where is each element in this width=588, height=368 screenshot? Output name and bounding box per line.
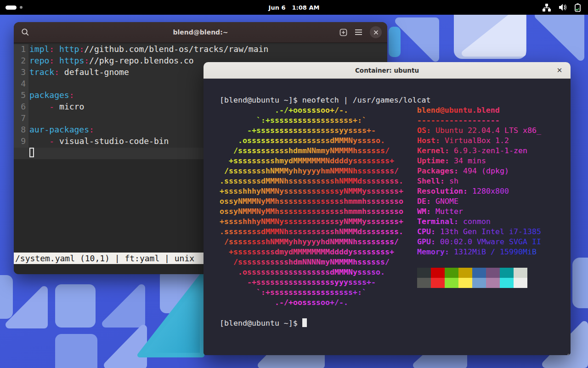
editor-gutter: 12345678910 <box>14 44 28 159</box>
volume-icon[interactable] <box>558 3 567 12</box>
terminal-line: .ossssssssssssssssssdMMMNysssso. Host: V… <box>220 136 571 146</box>
editor-line: impl: http://github.com/blend-os/tracks/… <box>29 44 387 56</box>
clock-time: 1:08 AM <box>292 4 320 11</box>
palette-swatch <box>514 268 527 278</box>
palette-swatch <box>417 268 431 278</box>
terminal-output: [blend@ubuntu ~]$ neofetch | /usr/games/… <box>220 96 571 328</box>
palette-swatch <box>445 268 458 278</box>
palette-swatch <box>431 278 445 288</box>
battery-charging-icon[interactable] <box>574 3 582 12</box>
terminal-line: +ssssssssshmydMMMMMMMNddddyssssssss+ Upt… <box>220 156 571 167</box>
editor-cursor <box>29 148 34 157</box>
palette-swatch <box>486 278 500 288</box>
palette-swatch <box>431 268 445 278</box>
terminal-line: `:+ssssssssssssssssss+:` ---------------… <box>220 116 571 126</box>
line-number: 2 <box>14 56 28 67</box>
container-window-ubuntu: Container: ubuntu ✕ [blend@ubuntu ~]$ ne… <box>204 62 571 355</box>
palette-swatch <box>500 278 514 288</box>
clock-date: Jun 6 <box>269 4 286 11</box>
terminal-line: .ssssssssdMMMNhsssssssssshNMMMdssssssss.… <box>220 227 571 237</box>
close-button[interactable] <box>370 26 382 38</box>
terminal-line: [blend@ubuntu ~]$ <box>220 318 571 328</box>
terminal-line: /sssssssshNMMMyhhyyyyhdNMMMNhssssssss/ G… <box>220 237 571 247</box>
terminal-line: .-/+oossssoo+/-. <box>220 298 571 308</box>
top-bar: Jun 6 1:08 AM <box>0 0 588 15</box>
container-titlebar[interactable]: Container: ubuntu ✕ <box>204 62 571 79</box>
terminal-line: ossyNMMMNyMMhsssssssssssssshmmmhssssssso… <box>220 197 571 207</box>
terminal-line: /sssssssshNMMMyhhyyyyhmNMMMNhssssssss/ P… <box>220 167 571 177</box>
close-icon <box>373 30 379 35</box>
palette-swatch <box>458 268 472 278</box>
palette-swatch <box>472 278 486 288</box>
palette-swatch <box>445 278 458 288</box>
line-number: 9 <box>14 136 28 148</box>
system-tray[interactable] <box>542 0 582 15</box>
network-icon[interactable] <box>542 3 551 12</box>
clock-button[interactable]: Jun 6 1:08 AM <box>0 0 588 15</box>
palette-swatch <box>514 278 527 288</box>
terminal-line: [blend@ubuntu ~]$ neofetch | /usr/games/… <box>220 96 571 106</box>
line-number: 4 <box>14 79 28 90</box>
terminal-cursor <box>302 318 307 327</box>
terminal-line: .ossssssssssssssssssdMMMNysssso. <box>220 268 571 278</box>
terminal-line <box>220 308 571 318</box>
terminal-line: +sssshhhyNMMNyssssssssssssyNMMMysssssss+… <box>220 187 571 197</box>
editor-titlebar[interactable]: blend@blend:~ <box>14 22 387 43</box>
palette-swatch <box>417 278 431 288</box>
terminal-line: .-/+oossssoo+/-. blend@ubuntu.blend <box>220 106 571 116</box>
terminal-line: .ssssssssdMMMNhsssssssssshNMMMdssssssss.… <box>220 177 571 187</box>
line-number: 1 <box>14 44 28 56</box>
container-window-title: Container: ubuntu <box>204 67 571 74</box>
menu-icon[interactable] <box>355 29 362 35</box>
terminal-line: -+ssssssssssssssssssyyssss+- OS: Ubuntu … <box>220 126 571 136</box>
terminal-line: `:+ssssssssssssssssss+:` <box>220 288 571 298</box>
terminal-line: /ssssssssssshdmNNNNmyNMMMMhssssss/ <box>220 258 571 268</box>
palette-swatch <box>500 268 514 278</box>
window-title: blend@blend:~ <box>14 29 387 36</box>
line-number: 8 <box>14 125 28 136</box>
palette-swatch <box>486 268 500 278</box>
new-tab-icon[interactable] <box>339 29 347 36</box>
terminal-line: /ssssssssssshdmmNNmmyNMMMMhssssss/ Kerne… <box>220 146 571 156</box>
line-number: 6 <box>14 102 28 113</box>
terminal-line: +sssshhhyNMMNyssssssssssssyNMMMysssssss+… <box>220 217 571 227</box>
terminal-line: ossyNMMMNyMMhsssssssssssssshmmmhssssssso… <box>220 207 571 217</box>
terminal-line: +sssssssssdmydMMMMMMMMddddyssssssss+ Mem… <box>220 247 571 258</box>
palette-swatch <box>472 268 486 278</box>
palette-swatch <box>458 278 472 288</box>
container-close-button[interactable]: ✕ <box>554 65 565 76</box>
line-number: 5 <box>14 90 28 102</box>
line-number: 3 <box>14 67 28 79</box>
line-number: 7 <box>14 113 28 125</box>
container-terminal[interactable]: [blend@ubuntu ~]$ neofetch | /usr/games/… <box>204 79 571 355</box>
terminal-line: -+sssssssssssssssssyyyssss+- <box>220 278 571 288</box>
